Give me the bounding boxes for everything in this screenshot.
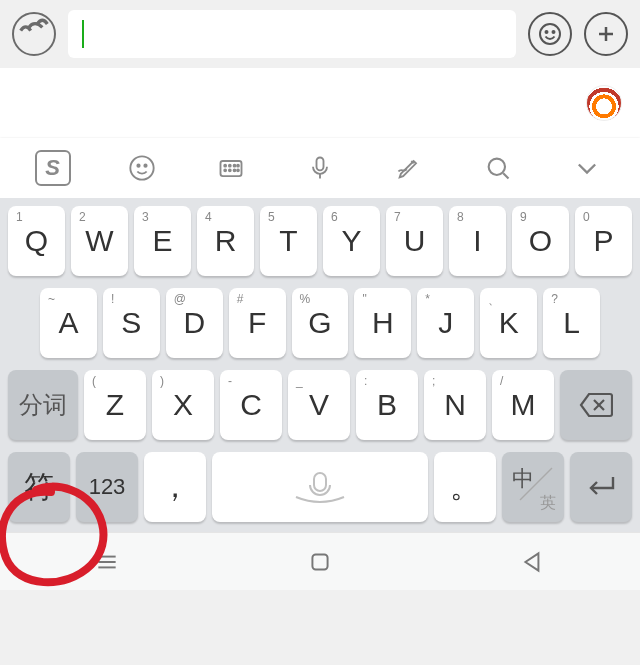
key-s[interactable]: !S: [103, 288, 160, 358]
key-main-label: F: [248, 306, 266, 340]
svg-point-1: [546, 31, 548, 33]
key-main-label: A: [58, 306, 78, 340]
key-main-label: V: [309, 388, 329, 422]
svg-point-10: [229, 165, 231, 167]
keyboard-settings-icon[interactable]: [211, 148, 251, 188]
key-main-label: M: [511, 388, 536, 422]
key-main-label: I: [473, 224, 481, 258]
comma-key[interactable]: ，: [144, 452, 206, 522]
svg-point-12: [237, 165, 239, 167]
key-sub-label: :: [364, 374, 367, 388]
period-key[interactable]: 。: [434, 452, 496, 522]
key-i[interactable]: 8I: [449, 206, 506, 276]
key-main-label: L: [563, 306, 580, 340]
key-main-label: U: [404, 224, 426, 258]
back-button[interactable]: [513, 542, 553, 582]
chat-background-strip: [0, 68, 640, 138]
collapse-keyboard-icon[interactable]: [567, 148, 607, 188]
key-sub-label: ;: [432, 374, 435, 388]
key-b[interactable]: :B: [356, 370, 418, 440]
message-input[interactable]: [68, 10, 516, 58]
word-split-key[interactable]: 分词: [8, 370, 78, 440]
key-q[interactable]: 1Q: [8, 206, 65, 276]
search-icon[interactable]: [478, 148, 518, 188]
key-u[interactable]: 7U: [386, 206, 443, 276]
key-sub-label: 3: [142, 210, 149, 224]
key-sub-label: ): [160, 374, 164, 388]
chat-input-bar: [0, 0, 640, 68]
key-o[interactable]: 9O: [512, 206, 569, 276]
handwriting-icon[interactable]: [389, 148, 429, 188]
key-sub-label: 7: [394, 210, 401, 224]
contact-avatar[interactable]: [586, 85, 622, 121]
key-main-label: C: [240, 388, 262, 422]
key-main-label: Y: [341, 224, 361, 258]
home-button[interactable]: [300, 542, 340, 582]
text-caret: [82, 20, 84, 48]
key-n[interactable]: ;N: [424, 370, 486, 440]
key-e[interactable]: 3E: [134, 206, 191, 276]
key-main-label: Q: [25, 224, 48, 258]
backspace-key[interactable]: [560, 370, 632, 440]
key-l[interactable]: ?L: [543, 288, 600, 358]
key-main-label: H: [372, 306, 394, 340]
key-g[interactable]: %G: [292, 288, 349, 358]
spacebar-key[interactable]: [212, 452, 428, 522]
numeric-key[interactable]: 123: [76, 452, 138, 522]
key-sub-label: 6: [331, 210, 338, 224]
key-h[interactable]: "H: [354, 288, 411, 358]
key-v[interactable]: _V: [288, 370, 350, 440]
svg-point-16: [237, 169, 239, 171]
key-main-label: J: [438, 306, 453, 340]
key-sub-label: !: [111, 292, 114, 306]
key-sub-label: ~: [48, 292, 55, 306]
key-m[interactable]: /M: [492, 370, 554, 440]
key-sub-label: 、: [488, 292, 500, 309]
key-sub-label: ": [362, 292, 366, 306]
key-d[interactable]: @D: [166, 288, 223, 358]
key-row-3: 分词 (Z)X-C_V:B;N/M: [8, 370, 632, 440]
key-sub-label: 0: [583, 210, 590, 224]
key-main-label: Z: [106, 388, 124, 422]
key-j[interactable]: *J: [417, 288, 474, 358]
key-main-label: R: [215, 224, 237, 258]
key-sub-label: ?: [551, 292, 558, 306]
key-t[interactable]: 5T: [260, 206, 317, 276]
key-main-label: T: [279, 224, 297, 258]
key-sub-label: 5: [268, 210, 275, 224]
key-c[interactable]: -C: [220, 370, 282, 440]
svg-point-19: [489, 159, 505, 175]
recents-button[interactable]: [87, 542, 127, 582]
symbol-key[interactable]: 符: [8, 452, 70, 522]
key-x[interactable]: )X: [152, 370, 214, 440]
key-sub-label: 2: [79, 210, 86, 224]
microphone-icon[interactable]: [300, 148, 340, 188]
more-button[interactable]: [584, 12, 628, 56]
key-y[interactable]: 6Y: [323, 206, 380, 276]
svg-point-9: [224, 165, 226, 167]
key-main-label: S: [121, 306, 141, 340]
key-sub-label: 1: [16, 210, 23, 224]
language-switch-key[interactable]: 中 英: [502, 452, 564, 522]
key-w[interactable]: 2W: [71, 206, 128, 276]
key-sub-label: 9: [520, 210, 527, 224]
key-row-1: 1Q2W3E4R5T6Y7U8I9O0P: [8, 206, 632, 276]
emoji-button[interactable]: [528, 12, 572, 56]
emoji-icon[interactable]: [122, 148, 162, 188]
svg-marker-29: [526, 553, 539, 570]
key-f[interactable]: #F: [229, 288, 286, 358]
svg-point-7: [144, 165, 146, 167]
svg-rect-28: [312, 554, 327, 569]
key-p[interactable]: 0P: [575, 206, 632, 276]
key-sub-label: 4: [205, 210, 212, 224]
key-sub-label: /: [500, 374, 503, 388]
voice-input-button[interactable]: [12, 12, 56, 56]
key-a[interactable]: ~A: [40, 288, 97, 358]
enter-key[interactable]: [570, 452, 632, 522]
sogou-logo-button[interactable]: S: [33, 148, 73, 188]
key-main-label: E: [152, 224, 172, 258]
key-z[interactable]: (Z: [84, 370, 146, 440]
ime-toolbar: S: [0, 138, 640, 198]
key-r[interactable]: 4R: [197, 206, 254, 276]
key-k[interactable]: 、K: [480, 288, 537, 358]
